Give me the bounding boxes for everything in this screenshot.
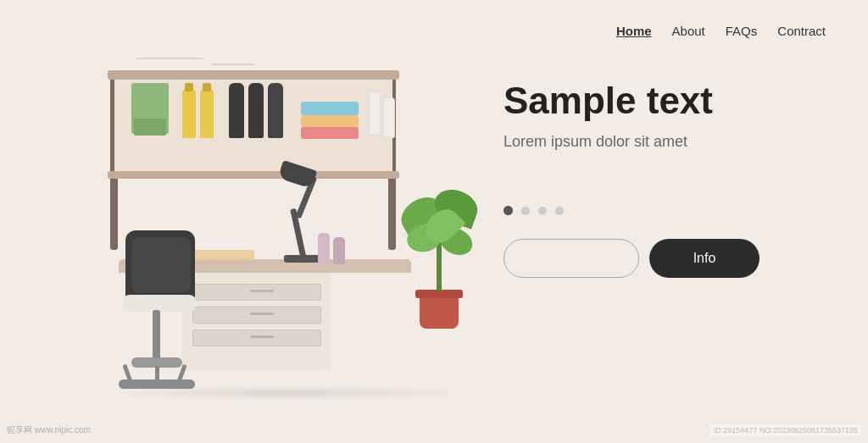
page-subtext: Lorem ipsum dolor sit amet <box>504 133 826 151</box>
dot-2[interactable] <box>521 207 530 215</box>
desk-bottle-2 <box>333 237 345 264</box>
nav-home[interactable]: Home <box>616 24 652 38</box>
nav-contract[interactable]: Contract <box>777 24 826 38</box>
shelf-top-bar <box>108 70 399 80</box>
shelf-item-yellow-2 <box>200 89 214 138</box>
deco-line-2 <box>212 64 254 65</box>
drawer-1 <box>192 284 321 301</box>
watermark-logo: 昵享网 www.nipic.com <box>7 424 91 436</box>
right-panel: Sample text Lorem ipsum dolor sit amet I… <box>504 80 826 278</box>
button-row: Info <box>504 239 826 278</box>
illustration <box>34 42 509 415</box>
page-headline: Sample text <box>504 80 826 121</box>
drawer-1-handle <box>250 290 274 292</box>
shelf-bottom-bar <box>108 171 399 179</box>
drawer-2 <box>192 307 321 324</box>
drawer-2-handle <box>250 313 274 315</box>
chair-seat <box>123 295 196 312</box>
shelf-item-green-bottom <box>134 119 166 136</box>
shelf-item-black-2 <box>248 83 264 138</box>
dot-4[interactable] <box>555 207 564 215</box>
shelf-towel-1 <box>301 102 359 115</box>
deco-line-1 <box>136 58 203 59</box>
shelf-towel-2 <box>301 115 359 127</box>
drawer-3 <box>192 329 321 346</box>
floor-shadow <box>102 385 475 401</box>
drawer-3-handle <box>250 335 274 338</box>
carousel-dots <box>504 206 826 215</box>
nav-about[interactable]: About <box>672 24 705 38</box>
desk-bottle-1 <box>318 233 330 263</box>
shelf-item-black-1 <box>229 83 244 138</box>
shelf-item-yellow-top-1 <box>185 83 193 91</box>
nav-faqs[interactable]: FAQs <box>726 24 758 38</box>
watermark-id: ID:29159477 NO:20230625081735537105 <box>710 424 861 436</box>
shelf-white-2 <box>383 97 395 138</box>
dot-3[interactable] <box>538 207 547 215</box>
info-button[interactable]: Info <box>649 239 760 278</box>
shelf-towel-3 <box>301 127 359 139</box>
info-input[interactable] <box>504 239 639 278</box>
shelf-item-yellow-top-2 <box>203 83 211 91</box>
shelf-white-1 <box>369 91 381 136</box>
shelf-item-yellow-1 <box>182 89 196 138</box>
chair-back-highlight <box>131 237 191 292</box>
desk-pad <box>191 250 254 260</box>
plant-pot <box>420 295 459 329</box>
main-nav: Home About FAQs Contract <box>616 24 826 38</box>
shelf-item-black-3 <box>268 83 283 138</box>
